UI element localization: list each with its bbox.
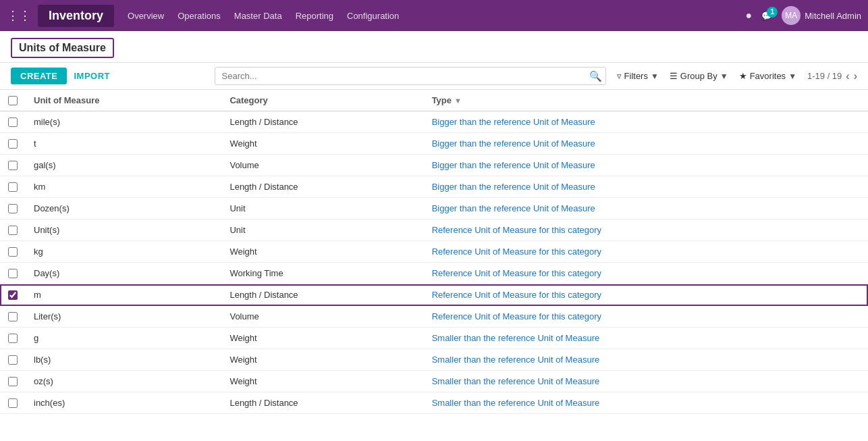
table-row[interactable]: mile(s) Length / Distance Bigger than th… [0, 111, 868, 133]
row-checkbox-cell [0, 263, 26, 284]
nav-overview[interactable]: Overview [128, 8, 164, 24]
select-all-header [0, 90, 26, 111]
table-row[interactable]: t Weight Bigger than the reference Unit … [0, 133, 868, 155]
avatar: MA [782, 6, 801, 25]
row-uom: Unit(s) [26, 219, 221, 241]
search-button[interactable]: 🔍 [589, 70, 602, 82]
groupby-button[interactable]: ☰ Group By ▼ [670, 71, 728, 81]
row-checkbox[interactable] [8, 161, 18, 170]
favorites-button[interactable]: ★ Favorites ▼ [739, 71, 796, 81]
table-row[interactable]: Unit(s) Unit Reference Unit of Measure f… [0, 219, 868, 241]
row-checkbox[interactable] [8, 290, 18, 300]
row-category: Length / Distance [221, 284, 423, 306]
row-category: Volume [221, 306, 423, 328]
select-all-checkbox[interactable] [8, 96, 18, 105]
table-row[interactable]: kg Weight Reference Unit of Measure for … [0, 241, 868, 263]
row-category: Weight [221, 241, 423, 263]
col-header-category: Category [221, 90, 423, 111]
action-bar: CREATE IMPORT 🔍 ▿ Filters ▼ ☰ Group By ▼ [0, 63, 868, 90]
row-type: Bigger than the reference Unit of Measur… [424, 133, 868, 155]
row-checkbox-cell [0, 392, 26, 414]
row-checkbox-cell [0, 284, 26, 306]
app-title[interactable]: Inventory [38, 5, 114, 27]
row-type: Smaller than the reference Unit of Measu… [424, 371, 868, 392]
filter-icon: ▿ [617, 71, 622, 81]
nav-master-data[interactable]: Master Data [234, 8, 282, 24]
create-button[interactable]: CREATE [11, 68, 67, 84]
next-page-button[interactable]: › [854, 70, 857, 82]
row-checkbox-cell [0, 111, 26, 133]
row-checkbox-cell [0, 306, 26, 328]
groupby-chevron: ▼ [720, 72, 728, 81]
table-row[interactable]: km Length / Distance Bigger than the ref… [0, 176, 868, 198]
row-checkbox[interactable] [8, 204, 18, 213]
filters-button[interactable]: ▿ Filters ▼ [617, 71, 659, 81]
pagination-text: 1-19 / 19 [807, 71, 842, 81]
row-type: Reference Unit of Measure for this categ… [424, 306, 868, 328]
row-checkbox-cell [0, 349, 26, 371]
row-uom: Dozen(s) [26, 198, 221, 219]
row-checkbox-cell [0, 241, 26, 263]
row-checkbox[interactable] [8, 334, 18, 343]
action-bar-right: 🔍 ▿ Filters ▼ ☰ Group By ▼ ★ Favorites ▼ [215, 67, 857, 85]
row-checkbox-cell [0, 219, 26, 241]
import-button[interactable]: IMPORT [74, 71, 110, 81]
table-row[interactable]: inch(es) Length / Distance Smaller than … [0, 392, 868, 414]
row-type: Bigger than the reference Unit of Measur… [424, 111, 868, 133]
row-checkbox-cell [0, 198, 26, 219]
row-checkbox[interactable] [8, 226, 18, 235]
table-row[interactable]: Day(s) Working Time Reference Unit of Me… [0, 263, 868, 284]
row-type: Reference Unit of Measure for this categ… [424, 284, 868, 306]
table-container: Unit of Measure Category Type ▼ [0, 90, 868, 414]
table-row[interactable]: lb(s) Weight Smaller than the reference … [0, 349, 868, 371]
nav-reporting[interactable]: Reporting [296, 8, 333, 24]
user-menu[interactable]: MA Mitchell Admin [782, 6, 861, 25]
pagination: 1-19 / 19 ‹ › [807, 70, 857, 82]
top-nav: Overview Operations Master Data Reportin… [128, 8, 745, 24]
row-checkbox[interactable] [8, 398, 18, 408]
row-checkbox[interactable] [8, 377, 18, 386]
row-checkbox[interactable] [8, 355, 18, 365]
action-bar-left: CREATE IMPORT [11, 68, 110, 84]
groupby-icon: ☰ [670, 71, 678, 81]
row-category: Weight [221, 349, 423, 371]
col-header-type[interactable]: Type ▼ [424, 90, 868, 111]
table-row[interactable]: gal(s) Volume Bigger than the reference … [0, 155, 868, 176]
prev-page-button[interactable]: ‹ [846, 70, 849, 82]
row-uom: gal(s) [26, 155, 221, 176]
row-category: Weight [221, 328, 423, 349]
filters-chevron: ▼ [651, 72, 659, 81]
row-type: Reference Unit of Measure for this categ… [424, 219, 868, 241]
table-row[interactable]: oz(s) Weight Smaller than the reference … [0, 371, 868, 392]
row-checkbox[interactable] [8, 182, 18, 192]
table-row[interactable]: Liter(s) Volume Reference Unit of Measur… [0, 306, 868, 328]
row-type: Reference Unit of Measure for this categ… [424, 241, 868, 263]
table-row[interactable]: Dozen(s) Unit Bigger than the reference … [0, 198, 868, 219]
row-checkbox[interactable] [8, 247, 18, 257]
row-checkbox-cell [0, 371, 26, 392]
row-category: Unit [221, 198, 423, 219]
row-checkbox[interactable] [8, 118, 18, 127]
row-checkbox[interactable] [8, 312, 18, 321]
row-checkbox-cell [0, 328, 26, 349]
nav-configuration[interactable]: Configuration [347, 8, 399, 24]
page-title: Units of Measure [11, 38, 114, 58]
table-row[interactable]: g Weight Smaller than the reference Unit… [0, 328, 868, 349]
row-category: Unit [221, 219, 423, 241]
row-checkbox[interactable] [8, 269, 18, 278]
row-uom: Day(s) [26, 263, 221, 284]
row-category: Weight [221, 133, 423, 155]
grid-icon[interactable]: ⋮⋮ [7, 8, 31, 23]
table-body: mile(s) Length / Distance Bigger than th… [0, 111, 868, 414]
row-uom: lb(s) [26, 349, 221, 371]
nav-operations[interactable]: Operations [178, 8, 221, 24]
row-checkbox[interactable] [8, 139, 18, 149]
table-row[interactable]: m Length / Distance Reference Unit of Me… [0, 284, 868, 306]
chat-icon-wrapper[interactable]: 💬 1 [761, 11, 772, 21]
row-uom: m [26, 284, 221, 306]
uom-table: Unit of Measure Category Type ▼ [0, 90, 868, 414]
row-checkbox-cell [0, 133, 26, 155]
search-input[interactable] [215, 67, 606, 85]
row-type: Bigger than the reference Unit of Measur… [424, 155, 868, 176]
clock-icon[interactable]: ● [746, 9, 753, 22]
